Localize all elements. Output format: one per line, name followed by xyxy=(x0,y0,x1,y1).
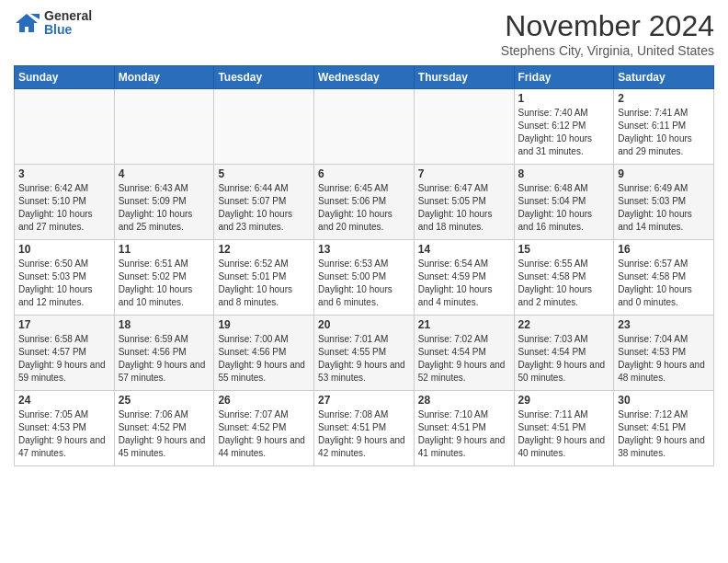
day-info: Sunrise: 6:58 AMSunset: 4:57 PMDaylight:… xyxy=(18,333,110,385)
day-info: Sunrise: 7:10 AMSunset: 4:51 PMDaylight:… xyxy=(418,408,510,460)
day-info: Sunrise: 6:54 AMSunset: 4:59 PMDaylight:… xyxy=(418,258,510,309)
day-number: 24 xyxy=(18,394,110,407)
day-cell: 3Sunrise: 6:42 AMSunset: 5:10 PMDaylight… xyxy=(15,165,115,240)
day-cell: 26Sunrise: 7:07 AMSunset: 4:52 PMDayligh… xyxy=(214,391,314,466)
day-cell: 9Sunrise: 6:49 AMSunset: 5:03 PMDaylight… xyxy=(614,165,714,240)
day-cell: 23Sunrise: 7:04 AMSunset: 4:53 PMDayligh… xyxy=(614,316,714,391)
day-number: 3 xyxy=(18,167,110,180)
day-info: Sunrise: 7:02 AMSunset: 4:54 PMDaylight:… xyxy=(418,333,510,385)
day-number: 8 xyxy=(518,167,610,180)
day-cell: 11Sunrise: 6:51 AMSunset: 5:02 PMDayligh… xyxy=(114,240,214,316)
day-number: 1 xyxy=(518,92,610,105)
day-cell: 30Sunrise: 7:12 AMSunset: 4:51 PMDayligh… xyxy=(614,391,714,466)
logo: General Blue xyxy=(14,9,92,38)
day-cell: 1Sunrise: 7:40 AMSunset: 6:12 PMDaylight… xyxy=(514,89,614,165)
day-cell: 25Sunrise: 7:06 AMSunset: 4:52 PMDayligh… xyxy=(114,391,214,466)
day-info: Sunrise: 6:44 AMSunset: 5:07 PMDaylight:… xyxy=(218,182,310,234)
page-header: General Blue November 2024 Stephens City… xyxy=(14,9,714,58)
day-cell xyxy=(314,89,415,165)
day-cell: 12Sunrise: 6:52 AMSunset: 5:01 PMDayligh… xyxy=(214,240,314,316)
day-cell: 17Sunrise: 6:58 AMSunset: 4:57 PMDayligh… xyxy=(15,316,115,391)
day-cell: 2Sunrise: 7:41 AMSunset: 6:11 PMDaylight… xyxy=(614,89,714,165)
day-cell: 4Sunrise: 6:43 AMSunset: 5:09 PMDaylight… xyxy=(114,165,214,240)
week-row-3: 17Sunrise: 6:58 AMSunset: 4:57 PMDayligh… xyxy=(15,316,714,391)
day-number: 27 xyxy=(318,394,410,407)
day-info: Sunrise: 6:55 AMSunset: 4:58 PMDaylight:… xyxy=(518,258,610,309)
day-info: Sunrise: 7:41 AMSunset: 6:11 PMDaylight:… xyxy=(618,107,710,158)
day-number: 5 xyxy=(218,167,310,180)
day-cell: 21Sunrise: 7:02 AMSunset: 4:54 PMDayligh… xyxy=(414,316,514,391)
day-info: Sunrise: 7:40 AMSunset: 6:12 PMDaylight:… xyxy=(518,107,610,158)
day-info: Sunrise: 6:50 AMSunset: 5:03 PMDaylight:… xyxy=(18,258,110,309)
day-info: Sunrise: 6:59 AMSunset: 4:56 PMDaylight:… xyxy=(119,333,210,385)
week-row-0: 1Sunrise: 7:40 AMSunset: 6:12 PMDaylight… xyxy=(15,89,714,165)
day-number: 10 xyxy=(18,243,110,256)
day-number: 21 xyxy=(418,318,510,331)
day-cell: 5Sunrise: 6:44 AMSunset: 5:07 PMDaylight… xyxy=(214,165,314,240)
col-header-thursday: Thursday xyxy=(414,66,514,89)
day-number: 30 xyxy=(618,394,710,407)
day-number: 4 xyxy=(119,167,210,180)
day-info: Sunrise: 7:03 AMSunset: 4:54 PMDaylight:… xyxy=(518,333,610,385)
day-cell: 22Sunrise: 7:03 AMSunset: 4:54 PMDayligh… xyxy=(514,316,614,391)
week-row-1: 3Sunrise: 6:42 AMSunset: 5:10 PMDaylight… xyxy=(15,165,714,240)
day-number: 22 xyxy=(518,318,610,331)
day-info: Sunrise: 6:51 AMSunset: 5:02 PMDaylight:… xyxy=(119,258,210,309)
day-cell: 27Sunrise: 7:08 AMSunset: 4:51 PMDayligh… xyxy=(314,391,415,466)
day-number: 29 xyxy=(518,394,610,407)
day-info: Sunrise: 6:49 AMSunset: 5:03 PMDaylight:… xyxy=(618,182,710,234)
day-number: 9 xyxy=(618,167,710,180)
day-cell xyxy=(114,89,214,165)
col-header-tuesday: Tuesday xyxy=(214,66,314,89)
day-number: 7 xyxy=(418,167,510,180)
week-row-4: 24Sunrise: 7:05 AMSunset: 4:53 PMDayligh… xyxy=(15,391,714,466)
day-cell: 16Sunrise: 6:57 AMSunset: 4:58 PMDayligh… xyxy=(614,240,714,316)
day-info: Sunrise: 6:42 AMSunset: 5:10 PMDaylight:… xyxy=(18,182,110,234)
logo-general: General xyxy=(44,9,92,23)
day-number: 12 xyxy=(218,243,310,256)
day-cell: 18Sunrise: 6:59 AMSunset: 4:56 PMDayligh… xyxy=(114,316,214,391)
day-info: Sunrise: 7:00 AMSunset: 4:56 PMDaylight:… xyxy=(218,333,310,385)
day-number: 20 xyxy=(318,318,410,331)
day-info: Sunrise: 7:12 AMSunset: 4:51 PMDaylight:… xyxy=(618,408,710,460)
logo-icon xyxy=(14,10,40,36)
day-info: Sunrise: 6:43 AMSunset: 5:09 PMDaylight:… xyxy=(119,182,210,234)
day-cell: 7Sunrise: 6:47 AMSunset: 5:05 PMDaylight… xyxy=(414,165,514,240)
day-cell: 15Sunrise: 6:55 AMSunset: 4:58 PMDayligh… xyxy=(514,240,614,316)
day-number: 26 xyxy=(218,394,310,407)
day-cell: 29Sunrise: 7:11 AMSunset: 4:51 PMDayligh… xyxy=(514,391,614,466)
day-info: Sunrise: 7:08 AMSunset: 4:51 PMDaylight:… xyxy=(318,408,410,460)
month-title: November 2024 xyxy=(501,9,714,43)
day-info: Sunrise: 7:11 AMSunset: 4:51 PMDaylight:… xyxy=(518,408,610,460)
day-cell: 10Sunrise: 6:50 AMSunset: 5:03 PMDayligh… xyxy=(15,240,115,316)
calendar-table: SundayMondayTuesdayWednesdayThursdayFrid… xyxy=(14,65,714,466)
logo-text: General Blue xyxy=(44,9,92,38)
day-info: Sunrise: 7:07 AMSunset: 4:52 PMDaylight:… xyxy=(218,408,310,460)
day-number: 14 xyxy=(418,243,510,256)
day-info: Sunrise: 7:01 AMSunset: 4:55 PMDaylight:… xyxy=(318,333,410,385)
day-number: 2 xyxy=(618,92,710,105)
day-number: 28 xyxy=(418,394,510,407)
col-header-monday: Monday xyxy=(114,66,214,89)
day-info: Sunrise: 7:05 AMSunset: 4:53 PMDaylight:… xyxy=(18,408,110,460)
week-row-2: 10Sunrise: 6:50 AMSunset: 5:03 PMDayligh… xyxy=(15,240,714,316)
location: Stephens City, Virginia, United States xyxy=(501,43,714,58)
col-header-saturday: Saturday xyxy=(614,66,714,89)
day-info: Sunrise: 7:04 AMSunset: 4:53 PMDaylight:… xyxy=(618,333,710,385)
col-header-sunday: Sunday xyxy=(15,66,115,89)
day-number: 18 xyxy=(119,318,210,331)
day-number: 16 xyxy=(618,243,710,256)
day-number: 11 xyxy=(119,243,210,256)
day-info: Sunrise: 7:06 AMSunset: 4:52 PMDaylight:… xyxy=(119,408,210,460)
day-cell: 19Sunrise: 7:00 AMSunset: 4:56 PMDayligh… xyxy=(214,316,314,391)
day-cell: 13Sunrise: 6:53 AMSunset: 5:00 PMDayligh… xyxy=(314,240,415,316)
day-cell: 20Sunrise: 7:01 AMSunset: 4:55 PMDayligh… xyxy=(314,316,415,391)
col-header-friday: Friday xyxy=(514,66,614,89)
col-header-wednesday: Wednesday xyxy=(314,66,415,89)
day-number: 25 xyxy=(119,394,210,407)
day-number: 6 xyxy=(318,167,410,180)
day-number: 23 xyxy=(618,318,710,331)
day-number: 13 xyxy=(318,243,410,256)
day-info: Sunrise: 6:47 AMSunset: 5:05 PMDaylight:… xyxy=(418,182,510,234)
day-cell: 24Sunrise: 7:05 AMSunset: 4:53 PMDayligh… xyxy=(15,391,115,466)
